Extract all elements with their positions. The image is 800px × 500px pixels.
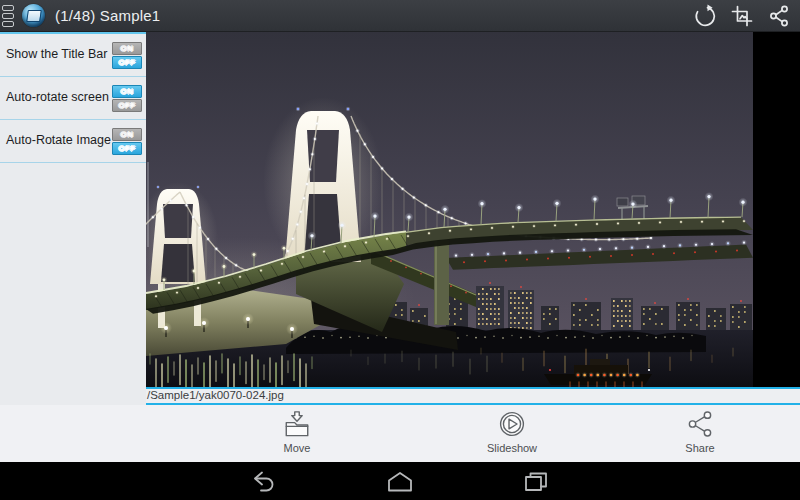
toggle-off-button[interactable]: OFF [112,56,142,69]
move-label: Move [255,442,339,454]
drawer-handle-icon[interactable] [2,3,17,29]
photo-image[interactable] [146,32,753,387]
filename-bar: /Sample1/yak0070-024.jpg [146,387,800,405]
title-bar-toggle[interactable]: ON OFF [112,42,142,69]
toggle-off-button[interactable]: OFF [112,142,142,155]
setting-label-auto-rotate-screen: Auto-rotate screen [6,91,112,104]
app-screen: (1/48) Sample1 Show the Title Bar ON OFF [0,0,800,500]
slideshow-button[interactable]: Slideshow [470,410,554,454]
recents-button[interactable] [521,469,551,495]
home-button[interactable] [385,469,415,495]
settings-panel: Show the Title Bar ON OFF Auto-rotate sc… [0,32,146,462]
back-icon [250,469,280,495]
setting-row-auto-rotate-image: Auto-Rotate Image ON OFF [0,120,146,163]
slideshow-play-icon [497,410,527,438]
bottom-toolbar: Move Slideshow Share [0,405,800,462]
auto-rotate-screen-toggle[interactable]: ON OFF [112,85,142,112]
photo-viewer[interactable] [146,32,800,387]
share-label: Share [658,442,742,454]
setting-label-auto-rotate-image: Auto-Rotate Image [6,134,112,147]
app-icon[interactable] [22,4,45,27]
home-icon [385,469,415,495]
move-button[interactable]: Move [255,410,339,454]
share-icon[interactable] [767,4,791,28]
share-dots-icon [685,410,715,438]
recents-icon [521,469,551,495]
page-title: (1/48) Sample1 [55,7,160,24]
slideshow-label: Slideshow [470,442,554,454]
toggle-on-button[interactable]: ON [112,128,142,141]
rotate-icon[interactable] [693,4,717,28]
move-folder-icon [282,410,312,438]
setting-label-show-title-bar: Show the Title Bar [6,48,112,61]
action-bar-actions [693,4,800,28]
toggle-on-button[interactable]: ON [112,42,142,55]
system-nav-bar [0,462,800,500]
crop-icon[interactable] [730,4,754,28]
action-bar: (1/48) Sample1 [0,0,800,32]
back-button[interactable] [250,469,280,495]
toggle-off-button[interactable]: OFF [112,99,142,112]
setting-row-show-title-bar: Show the Title Bar ON OFF [0,34,146,77]
setting-row-auto-rotate-screen: Auto-rotate screen ON OFF [0,77,146,120]
share-button[interactable]: Share [658,410,742,454]
auto-rotate-image-toggle[interactable]: ON OFF [112,128,142,155]
toggle-on-button[interactable]: ON [112,85,142,98]
